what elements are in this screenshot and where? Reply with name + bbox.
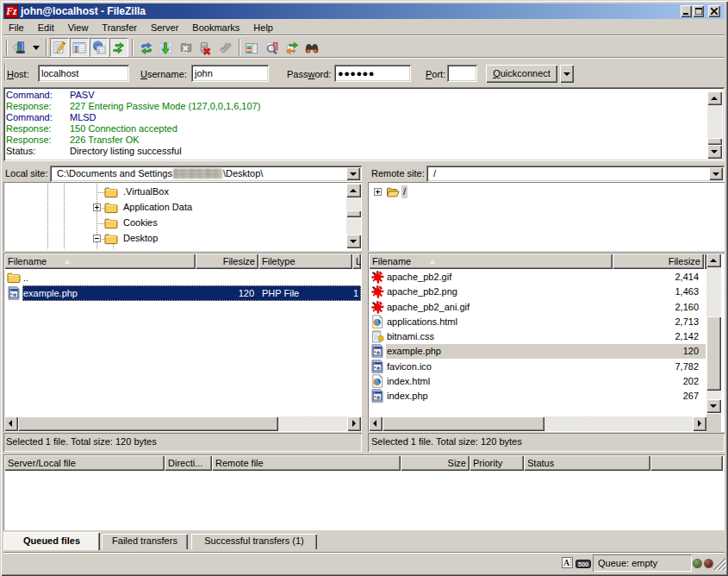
queue-header-file[interactable]: Server/Local file (4, 455, 165, 471)
scroll-right-button[interactable] (693, 416, 706, 431)
local-site-combo[interactable]: C:\Documents and Settings\Desktop\ (50, 166, 362, 182)
find-files-button[interactable] (305, 41, 319, 55)
scroll-thumb[interactable] (706, 316, 721, 391)
scroll-thumb[interactable] (383, 416, 544, 431)
scroll-up-button[interactable] (346, 184, 361, 197)
local-header-filename[interactable]: Filename (4, 254, 196, 269)
remote-header-filesize[interactable]: Filesize (613, 254, 704, 269)
local-header-lastmodified[interactable]: L (352, 254, 361, 269)
statusbar: A 500 Queue: empty (3, 552, 725, 574)
queue-header-priority[interactable]: Priority (470, 455, 524, 471)
local-header-filetype[interactable]: Filetype (258, 254, 352, 269)
quickconnect-button[interactable]: Quickconnect (486, 65, 557, 83)
remote-file-row[interactable]: favicon.ico7,782 (369, 360, 706, 374)
close-button[interactable] (708, 5, 720, 17)
minimize-button[interactable] (681, 5, 692, 17)
quickconnect-dropdown[interactable] (560, 65, 574, 83)
remote-list-hscrollbar[interactable] (369, 416, 706, 431)
remote-header-filename[interactable]: Filename (369, 254, 613, 269)
local-header-filesize[interactable]: Filesize (196, 254, 258, 269)
remote-list-vscrollbar[interactable] (706, 254, 721, 416)
expand-plus-icon[interactable] (374, 188, 382, 196)
file-size: 2,142 (613, 329, 699, 344)
username-input[interactable]: john (191, 65, 269, 82)
remote-site-dropdown[interactable] (709, 167, 723, 180)
svg-text:A: A (563, 558, 570, 567)
tree-item-desktop[interactable]: Desktop (3, 231, 362, 247)
scroll-down-button[interactable] (707, 145, 722, 159)
cancel-button[interactable] (179, 41, 193, 55)
scroll-left-button[interactable] (4, 416, 18, 431)
queue-view-icon (112, 41, 126, 54)
tree-item-cookies[interactable]: Cookies (3, 216, 362, 231)
tab-successful-transfers[interactable]: Successful transfers (1) (191, 534, 317, 549)
local-file-row-selected[interactable]: example.php 120 PHP File 1 (4, 285, 361, 301)
remote-file-row[interactable]: applications.html2,713 (369, 315, 706, 329)
host-input[interactable]: localhost (38, 65, 129, 82)
toggle-local-tree-button[interactable] (70, 38, 89, 57)
scrollbar-corner (706, 414, 721, 432)
comparison-button[interactable] (265, 41, 279, 55)
menu-bookmarks[interactable]: Bookmarks (185, 19, 246, 36)
scroll-down-button[interactable] (346, 235, 361, 248)
queue-header-status[interactable]: Status (524, 455, 650, 471)
sync-browse-button[interactable] (285, 41, 299, 55)
resize-grip[interactable] (712, 557, 726, 571)
remote-file-row[interactable]: index.html202 (369, 374, 706, 389)
queue-header-size[interactable]: Size (401, 455, 470, 471)
remote-file-row[interactable]: apache_pb2_ani.gif2,160 (369, 300, 706, 315)
remote-site-combo[interactable]: / (426, 166, 725, 182)
remote-file-row[interactable]: apache_pb2.png1,463 (369, 285, 706, 299)
file-name: applications.html (387, 315, 611, 329)
expand-minus-icon[interactable] (93, 235, 101, 242)
menu-edit[interactable]: Edit (31, 19, 61, 36)
queue-header-remotefile[interactable]: Remote file (212, 455, 401, 471)
scroll-up-button[interactable] (706, 254, 721, 267)
local-file-row[interactable]: .. (4, 270, 361, 285)
toggle-message-log-button[interactable] (50, 38, 69, 57)
toggle-queue-button[interactable] (109, 38, 128, 57)
reconnect-button[interactable] (219, 41, 233, 55)
queue-header-direction[interactable]: Directi... (165, 455, 212, 471)
remote-file-row[interactable]: apache_pb2.gif2,414 (369, 270, 706, 285)
menu-view[interactable]: View (61, 19, 96, 36)
log-line: Command:PASV (6, 90, 725, 101)
tree-item-root[interactable]: / (368, 185, 725, 200)
filter-button[interactable] (245, 41, 258, 55)
refresh-button[interactable] (140, 41, 153, 55)
menu-help[interactable]: Help (246, 19, 280, 36)
remote-file-row[interactable]: bitnami.css2,142 (369, 329, 706, 344)
scroll-down-button[interactable] (706, 399, 721, 413)
scroll-thumb[interactable] (346, 210, 361, 217)
menu-file[interactable]: File (3, 19, 31, 36)
disconnect-button[interactable] (198, 41, 212, 55)
site-manager-button[interactable] (12, 41, 26, 54)
log-scrollbar[interactable] (707, 89, 722, 160)
log-line: Command:MLSD (6, 112, 725, 123)
file-size: 7,782 (613, 360, 699, 374)
scroll-up-button[interactable] (707, 91, 722, 105)
scroll-thumb[interactable] (707, 138, 722, 145)
local-list-hscrollbar[interactable] (4, 416, 361, 431)
tab-queued-files[interactable]: Queued files (3, 532, 100, 550)
menu-transfer[interactable]: Transfer (95, 19, 144, 36)
password-input[interactable]: ●●●●●● (334, 65, 411, 82)
remote-file-row[interactable]: example.php120 (369, 344, 706, 359)
scroll-left-button[interactable] (369, 416, 383, 431)
scroll-right-button[interactable] (347, 416, 361, 431)
maximize-button[interactable] (693, 5, 704, 17)
expand-plus-icon[interactable] (93, 203, 101, 211)
recv-led (694, 560, 701, 567)
local-tree-scrollbar[interactable] (346, 183, 361, 250)
tree-item-application-data[interactable]: Application Data (3, 200, 362, 216)
file-name: index.html (387, 374, 611, 389)
remote-file-row[interactable]: index.php267 (369, 389, 706, 404)
port-input[interactable] (447, 65, 477, 82)
process-queue-button[interactable] (159, 41, 172, 55)
menu-server[interactable]: Server (144, 19, 185, 36)
tab-failed-transfers[interactable]: Failed transfers (102, 534, 188, 549)
scroll-thumb[interactable] (18, 416, 278, 431)
toggle-remote-tree-button[interactable] (90, 38, 109, 57)
local-site-dropdown[interactable] (346, 167, 360, 180)
tree-item-virtualbox[interactable]: .VirtualBox (3, 185, 362, 200)
